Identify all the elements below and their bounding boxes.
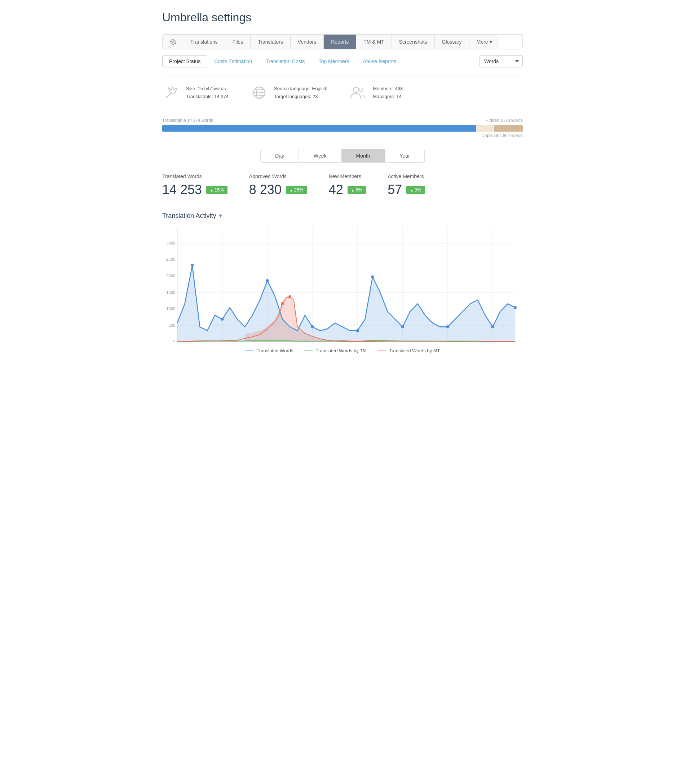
page-title: Umbrella settings <box>162 11 523 24</box>
nav-tab-translators[interactable]: Translators <box>250 35 291 49</box>
metric-new-members-value-row: 42 6% <box>329 182 366 197</box>
svg-text:1000: 1000 <box>166 307 175 311</box>
subtab-project-status[interactable]: Project Status <box>162 55 207 67</box>
chart-point <box>446 325 449 329</box>
metric-new-members-label: New Members <box>329 174 366 179</box>
metric-approved-words-value-row: 8 230 25% <box>249 182 307 197</box>
svg-point-7 <box>353 87 358 92</box>
chart-svg: 0 500 1000 1500 2000 2500 3000 26 Dec 30… <box>162 227 523 342</box>
hidden-label: Hidden 1173 words <box>485 118 523 123</box>
progress-labels: Translatable 14 374 words Hidden 1173 wo… <box>162 118 523 123</box>
svg-text:1500: 1500 <box>166 290 175 294</box>
chart-title: Translation Activity ▾ <box>162 212 523 220</box>
nav-tab-screenshots[interactable]: Screenshots <box>392 35 435 49</box>
metrics-row: Translated Words 14 253 15% Approved Wor… <box>162 174 523 197</box>
subtab-top-members[interactable]: Top Members <box>312 55 356 67</box>
progress-bar-blue <box>162 125 476 132</box>
svg-text:3000: 3000 <box>166 241 175 245</box>
metric-active-members-value-row: 57 9% <box>388 182 425 197</box>
page-container: Umbrella settings Translations Files Tra… <box>155 0 530 364</box>
tools-icon <box>162 84 180 102</box>
metric-translated-words-value-row: 14 253 15% <box>162 182 227 197</box>
metric-translated-words-value: 14 253 <box>162 182 202 197</box>
metric-new-members-badge: 6% <box>347 186 366 194</box>
chart-legend: Translated Words Translated Words by TM … <box>162 348 523 353</box>
chart-point <box>371 275 374 278</box>
svg-point-0 <box>172 41 174 42</box>
stat-language-text: Source language: English Target language… <box>274 85 327 101</box>
nav-tab-glossary[interactable]: Glossary <box>435 35 469 49</box>
chart-area: 0 500 1000 1500 2000 2500 3000 26 Dec 30… <box>162 227 523 342</box>
subtab-costs-estimation[interactable]: Costs Estimation <box>207 55 259 67</box>
stat-language: Source language: English Target language… <box>250 84 327 102</box>
metric-active-members-badge: 9% <box>406 186 425 194</box>
chart-point <box>401 325 404 329</box>
main-nav: Translations Files Translators Vendors R… <box>162 34 523 49</box>
stat-size: Size: 15 547 words Translatable: 14 374 <box>162 84 229 102</box>
svg-text:0: 0 <box>173 340 175 342</box>
chart-point <box>311 325 314 329</box>
globe-icon <box>250 84 268 102</box>
metric-active-members-value: 57 <box>388 182 402 197</box>
svg-text:2000: 2000 <box>166 274 175 278</box>
metric-translated-words-badge: 15% <box>206 186 227 194</box>
progress-bar-tan <box>494 125 523 132</box>
svg-text:2500: 2500 <box>166 257 175 262</box>
chart-area-blue <box>177 265 516 342</box>
subtab-translation-costs[interactable]: Translation Costs <box>259 55 312 67</box>
progress-bar <box>162 125 523 132</box>
svg-text:500: 500 <box>168 323 175 327</box>
subtab-abuse-reports[interactable]: Abuse Reports <box>356 55 403 67</box>
chart-point <box>221 318 224 321</box>
stat-members: Members: 468 Managers: 14 <box>349 84 403 102</box>
legend-translated-words: Translated Words <box>245 348 294 353</box>
chart-point <box>492 325 494 329</box>
words-select[interactable]: Words Strings <box>479 55 523 67</box>
nav-tab-reports[interactable]: Reports <box>324 35 356 49</box>
translatable-label: Translatable 14 374 words <box>162 118 213 123</box>
svg-point-8 <box>359 88 363 92</box>
stat-size-text: Size: 15 547 words Translatable: 14 374 <box>186 85 229 101</box>
nav-tab-files[interactable]: Files <box>225 35 251 49</box>
metric-approved-words-label: Approved Words <box>249 174 307 179</box>
words-dropdown-container: Words Strings <box>479 55 523 67</box>
metric-new-members-value: 42 <box>329 182 343 197</box>
metric-approved-words-badge: 25% <box>286 186 307 194</box>
nav-tab-settings[interactable] <box>162 35 183 49</box>
period-tabs: Day Week Month Year <box>162 149 523 163</box>
metric-approved-words: Approved Words 8 230 25% <box>249 174 307 197</box>
metric-approved-words-value: 8 230 <box>249 182 282 197</box>
period-tab-month[interactable]: Month <box>341 149 385 163</box>
period-tab-year[interactable]: Year <box>385 149 425 163</box>
metric-translated-words-label: Translated Words <box>162 174 227 179</box>
legend-mt-line <box>377 351 386 351</box>
metric-translated-words: Translated Words 14 253 15% <box>162 174 227 197</box>
legend-translated-words-line <box>245 351 254 351</box>
nav-tab-vendors[interactable]: Vendors <box>291 35 324 49</box>
legend-translated-by-mt: Translated Words by MT <box>377 348 440 353</box>
legend-tm-line <box>304 351 313 351</box>
nav-tab-more[interactable]: More ▾ <box>469 35 499 49</box>
progress-bar-light <box>476 125 494 132</box>
progress-container: Translatable 14 374 words Hidden 1173 wo… <box>162 118 523 138</box>
metric-active-members-label: Active Members <box>388 174 425 179</box>
period-tab-week[interactable]: Week <box>299 149 341 163</box>
chart-point <box>266 279 269 282</box>
chart-section: Translation Activity ▾ <box>162 212 523 353</box>
chart-point-mt <box>281 302 284 306</box>
chart-point <box>191 264 193 267</box>
sub-tabs: Project Status Costs Estimation Translat… <box>162 55 479 67</box>
nav-tab-tm-mt[interactable]: TM & MT <box>356 35 392 49</box>
sub-tabs-container: Project Status Costs Estimation Translat… <box>162 55 523 67</box>
chart-point <box>356 329 359 332</box>
period-tab-day[interactable]: Day <box>260 149 299 163</box>
svg-line-1 <box>166 95 169 98</box>
stat-members-text: Members: 468 Managers: 14 <box>373 85 403 101</box>
legend-translated-by-tm: Translated Words by TM <box>304 348 366 353</box>
chart-point <box>514 306 517 309</box>
metric-new-members: New Members 42 6% <box>329 174 366 197</box>
duplicates-label: Duplicates 864 words <box>162 133 523 138</box>
metric-active-members: Active Members 57 9% <box>388 174 425 197</box>
chart-dropdown-icon[interactable]: ▾ <box>219 212 222 220</box>
nav-tab-translations[interactable]: Translations <box>183 35 225 49</box>
